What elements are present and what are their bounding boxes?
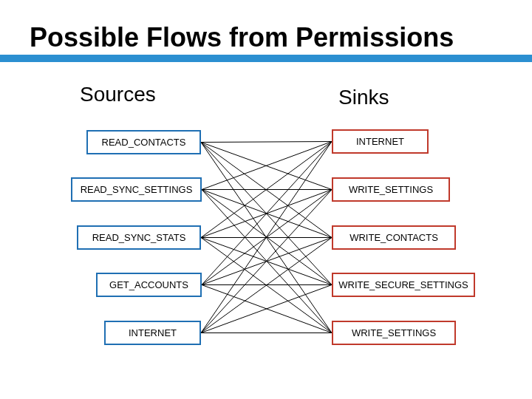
svg-line-20: [201, 142, 332, 333]
sink-box: WRITE_CONTACTS: [332, 225, 456, 250]
sink-box: INTERNET: [332, 129, 429, 154]
sink-box: WRITE_SETTINGS: [332, 321, 456, 345]
heading-sinks: Sinks: [338, 86, 389, 109]
svg-line-16: [202, 190, 332, 285]
sink-label: WRITE_SETTINGS: [349, 184, 433, 195]
source-label: GET_ACCOUNTS: [109, 279, 188, 290]
svg-line-7: [202, 190, 332, 238]
svg-line-4: [201, 143, 332, 333]
sink-box: WRITE_SETTINGS: [332, 177, 450, 202]
source-label: READ_SYNC_SETTINGS: [81, 184, 193, 195]
svg-line-11: [201, 190, 332, 238]
svg-line-15: [202, 142, 332, 285]
svg-line-9: [202, 190, 332, 333]
svg-line-5: [202, 142, 332, 190]
source-label: INTERNET: [129, 327, 177, 338]
source-box: GET_ACCOUNTS: [96, 273, 202, 297]
sink-label: WRITE_SECURE_SETTINGS: [338, 279, 468, 290]
sink-label: WRITE_CONTACTS: [349, 232, 438, 243]
svg-line-23: [201, 285, 332, 333]
source-box: READ_SYNC_SETTINGS: [71, 177, 202, 202]
svg-line-2: [201, 143, 332, 238]
sink-label: INTERNET: [356, 136, 404, 147]
heading-sources: Sources: [80, 83, 156, 106]
svg-line-14: [201, 238, 332, 333]
svg-line-13: [201, 238, 332, 285]
svg-line-10: [201, 142, 332, 238]
source-box: INTERNET: [104, 321, 201, 345]
source-label: READ_SYNC_STATS: [92, 232, 186, 243]
source-box: READ_SYNC_STATS: [77, 225, 201, 250]
svg-line-1: [201, 143, 332, 190]
svg-line-19: [202, 285, 332, 333]
svg-line-0: [201, 142, 332, 143]
svg-line-3: [201, 143, 332, 285]
source-box: READ_CONTACTS: [86, 130, 201, 154]
svg-line-22: [201, 238, 332, 333]
svg-line-21: [201, 190, 332, 333]
title-accent-band: [0, 55, 532, 62]
source-label: READ_CONTACTS: [102, 137, 186, 148]
svg-line-17: [202, 238, 332, 285]
svg-line-8: [202, 190, 332, 285]
sink-box: WRITE_SECURE_SETTINGS: [332, 273, 475, 297]
sink-label: WRITE_SETTINGS: [352, 327, 436, 338]
slide: Possible Flows from Permissions Sources …: [0, 0, 532, 399]
slide-title: Possible Flows from Permissions: [30, 22, 454, 53]
